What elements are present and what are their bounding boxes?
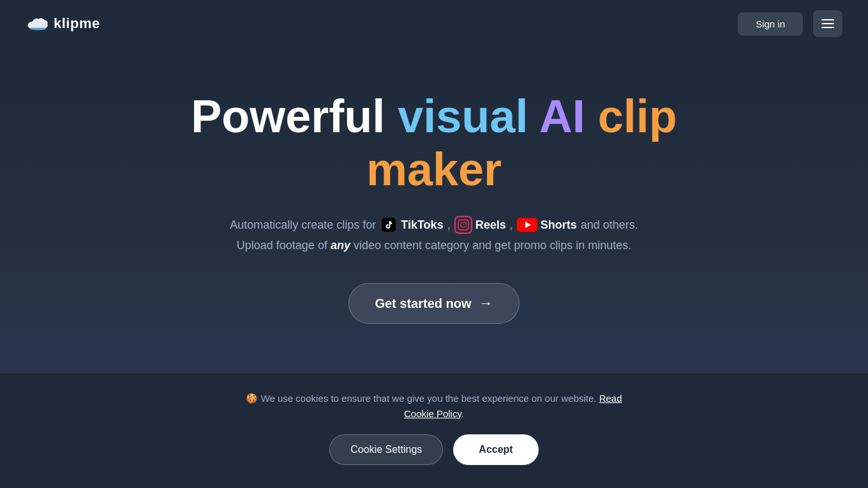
svg-rect-0 [382,218,396,232]
svg-point-3 [465,222,467,223]
hamburger-icon [821,19,834,28]
instagram-icon [454,216,472,234]
subtitle-suffix: and others. [581,218,638,232]
sign-in-button[interactable]: Sign in [738,12,803,36]
header-right: Sign in [738,10,842,37]
subtitle-prefix: Automatically create clips for [230,218,376,232]
hero-subtitle2: Upload footage of any video content cate… [237,239,631,252]
reels-label: Reels [475,218,506,232]
logo[interactable]: klipme [26,15,100,33]
subtitle2-prefix: Upload footage of [237,239,327,252]
shorts-label: Shorts [541,218,577,232]
svg-point-2 [461,222,466,227]
title-powerful: Powerful [191,91,385,142]
cookie-period: . [461,408,464,419]
youtube-icon [517,218,537,232]
cookie-emoji: 🍪 [246,393,258,404]
logo-icon [26,15,49,33]
subtitle2-any: any [331,239,350,252]
hero-title: Powerful visual AI clip maker [147,90,721,196]
tiktok-icon [380,216,398,234]
svg-rect-1 [458,220,468,230]
cookie-text: 🍪 We use cookies to ensure that we give … [243,391,625,422]
tiktok-label: TikToks [401,218,443,232]
arrow-icon: → [479,295,493,312]
get-started-button[interactable]: Get started now → [348,283,519,324]
menu-button[interactable] [813,10,842,37]
hero-subtitle: Automatically create clips for TikToks , [230,216,638,234]
instagram-badge: Reels [454,216,506,234]
youtube-badge: Shorts [517,218,577,232]
header: klipme Sign in [0,0,868,47]
cta-label: Get started now [375,296,471,311]
cookie-banner: 🍪 We use cookies to ensure that we give … [0,372,868,488]
title-ai: AI [539,91,585,142]
accept-button[interactable]: Accept [453,434,538,465]
tiktok-badge: TikToks [380,216,443,234]
hero-section: Powerful visual AI clip maker Automatica… [0,47,868,379]
logo-text: klipme [54,15,100,32]
title-visual: visual [398,91,528,142]
cookie-buttons: Cookie Settings Accept [329,434,538,465]
subtitle2-suffix: video content category and get promo cli… [354,239,631,252]
cookie-message: We use cookies to ensure that we give yo… [261,393,597,404]
cookie-settings-button[interactable]: Cookie Settings [329,434,443,465]
